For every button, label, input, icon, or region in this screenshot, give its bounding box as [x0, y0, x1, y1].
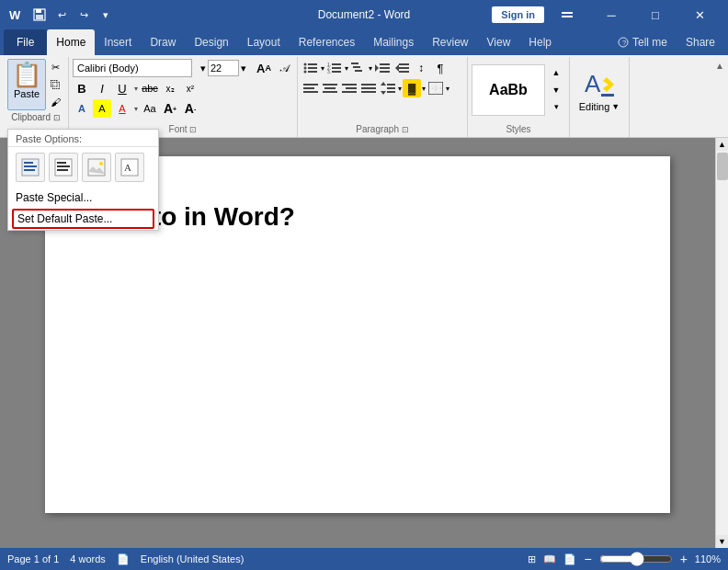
paste-option-merge[interactable]: [49, 153, 78, 182]
clipboard-content: 📋 Paste ✂ ⿻ 🖌 Clipboard ⊡: [7, 59, 64, 137]
minimize-btn[interactable]: ─: [590, 0, 632, 29]
styles-scroll-up[interactable]: ▲: [547, 64, 565, 82]
language[interactable]: English (United States): [141, 553, 245, 564]
clear-formatting-btn[interactable]: 𝒜: [275, 59, 293, 77]
window-title: Document2 - Word: [318, 8, 410, 21]
save-quick-btn[interactable]: [29, 5, 50, 25]
change-case-btn[interactable]: AA: [255, 59, 273, 77]
scroll-thumb[interactable]: [717, 153, 728, 180]
svg-rect-59: [57, 162, 66, 164]
show-marks-btn[interactable]: ¶: [431, 59, 449, 77]
svg-rect-48: [387, 91, 395, 93]
copy-button[interactable]: ⿻: [46, 76, 64, 94]
strikethrough-btn[interactable]: abc: [141, 79, 159, 97]
vertical-scrollbar[interactable]: ▲ ▼: [715, 138, 728, 548]
para-row2: ▾ ▓ ▾ ▾: [301, 79, 449, 97]
numbering-btn[interactable]: 1.2.3.: [325, 59, 344, 77]
change-case2-btn[interactable]: Aa: [141, 99, 159, 118]
svg-rect-25: [380, 63, 390, 65]
italic-btn[interactable]: I: [93, 79, 111, 97]
tab-view[interactable]: View: [478, 29, 520, 55]
tab-layout[interactable]: Layout: [238, 29, 290, 55]
superscript-btn[interactable]: x²: [181, 79, 199, 97]
styles-expand[interactable]: ▾: [547, 98, 565, 116]
styles-scroll-down[interactable]: ▼: [547, 81, 565, 98]
share-btn[interactable]: Share: [677, 29, 724, 55]
bold-btn[interactable]: B: [73, 79, 91, 97]
tab-mailings[interactable]: Mailings: [364, 29, 423, 55]
ribbon-collapse-btn[interactable]: ▲: [715, 57, 724, 137]
align-right-btn[interactable]: [340, 79, 358, 97]
read-mode-icon[interactable]: 📖: [543, 553, 556, 565]
cut-button[interactable]: ✂: [46, 59, 64, 76]
tab-draw[interactable]: Draw: [141, 29, 185, 55]
paste-option-keep-source[interactable]: [16, 153, 45, 182]
subscript-btn[interactable]: x₂: [161, 79, 179, 97]
tab-insert[interactable]: Insert: [95, 29, 141, 55]
ribbon-display-btn[interactable]: [546, 0, 588, 29]
font-name-input[interactable]: [73, 59, 192, 77]
layout-view-icon[interactable]: ⊞: [528, 553, 536, 565]
undo-quick-btn[interactable]: ↩: [51, 5, 72, 25]
zoom-in-btn[interactable]: +: [680, 552, 688, 566]
tab-review[interactable]: Review: [423, 29, 477, 55]
set-default-paste-item[interactable]: Set Default Paste...: [12, 209, 154, 229]
tab-help[interactable]: Help: [519, 29, 561, 55]
scroll-down-arrow[interactable]: ▼: [716, 535, 729, 548]
align-center-btn[interactable]: [321, 79, 339, 97]
multilevel-btn[interactable]: [349, 59, 368, 77]
bullets-btn[interactable]: [301, 59, 320, 77]
paste-label: Paste: [14, 88, 40, 99]
paste-special-item[interactable]: Paste Special...: [8, 188, 158, 208]
tell-me-btn[interactable]: ? Tell me: [609, 29, 677, 55]
tab-home[interactable]: Home: [47, 29, 95, 55]
zoom-out-btn[interactable]: −: [584, 552, 591, 566]
tab-file[interactable]: File: [4, 29, 47, 55]
tab-references[interactable]: References: [290, 29, 364, 55]
word-logo-icon: W: [7, 6, 24, 23]
print-layout-icon[interactable]: 📄: [563, 553, 576, 565]
zoom-slider[interactable]: [599, 552, 673, 566]
text-effects-btn[interactable]: A: [73, 99, 91, 118]
sort-btn[interactable]: ↕: [412, 59, 430, 77]
grow-font-btn[interactable]: A+: [161, 99, 179, 118]
paste-dropdown-menu: Paste Options: A Paste Special... Set De…: [7, 129, 159, 231]
close-btn[interactable]: ✕: [678, 0, 721, 29]
scroll-up-arrow[interactable]: ▲: [716, 138, 729, 151]
paste-option-picture[interactable]: [82, 153, 111, 182]
svg-rect-53: [601, 94, 614, 97]
customize-quick-btn[interactable]: ▾: [96, 5, 116, 25]
paste-options-title: Paste Options:: [8, 130, 158, 147]
format-painter-button[interactable]: 🖌: [46, 93, 64, 110]
editing-button[interactable]: A Editing▼: [579, 68, 620, 112]
svg-rect-23: [355, 70, 362, 72]
increase-indent-btn[interactable]: [392, 59, 411, 77]
quick-access-toolbar: ↩ ↪ ▾: [29, 5, 116, 25]
paste-option-text-only[interactable]: A: [115, 153, 144, 182]
tab-design[interactable]: Design: [185, 29, 237, 55]
redo-quick-btn[interactable]: ↪: [74, 5, 94, 25]
restore-btn[interactable]: □: [634, 0, 677, 29]
font-color-btn[interactable]: A: [113, 99, 131, 118]
proofing-icon[interactable]: 📄: [117, 553, 130, 565]
svg-rect-55: [24, 162, 33, 164]
underline-btn[interactable]: U: [113, 79, 131, 97]
shading-btn[interactable]: ▓: [403, 79, 421, 97]
decrease-indent-btn[interactable]: [373, 59, 392, 77]
highlight-btn[interactable]: A: [93, 99, 111, 118]
ribbon-tabs: File Home Insert Draw Design Layout Refe…: [0, 29, 728, 55]
styles-gallery[interactable]: AaBb: [472, 64, 545, 116]
line-spacing-btn[interactable]: [379, 79, 397, 97]
borders-btn[interactable]: [427, 79, 445, 97]
justify-btn[interactable]: [359, 79, 378, 97]
window-controls: Sign in ─ □ ✕: [492, 0, 721, 29]
svg-text:A: A: [124, 162, 131, 173]
document-text[interactable]: How to in Word?: [91, 202, 624, 232]
svg-rect-33: [303, 87, 314, 89]
font-size-dropdown[interactable]: ▾: [234, 59, 253, 77]
font-row1: ▾ ▾ AA 𝒜: [73, 59, 293, 77]
paste-button[interactable]: 📋 Paste: [7, 59, 46, 110]
shrink-font-btn[interactable]: A-: [181, 99, 199, 118]
align-left-btn[interactable]: [301, 79, 320, 97]
sign-in-button[interactable]: Sign in: [492, 6, 544, 23]
